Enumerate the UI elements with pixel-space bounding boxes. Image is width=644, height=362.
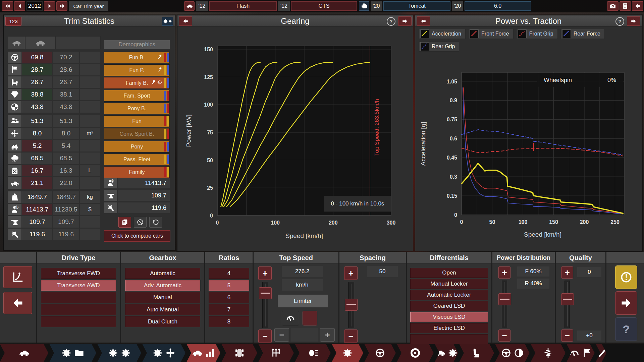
tab-tires[interactable] (397, 344, 434, 362)
tab-aero[interactable] (435, 344, 458, 362)
demographic-bar[interactable]: Family B. (104, 77, 170, 89)
warning-button[interactable] (615, 265, 637, 289)
spacing-slider-handle[interactable] (345, 299, 358, 311)
differential-option[interactable]: Open (410, 268, 488, 278)
differential-option[interactable]: Electric LSD (410, 323, 488, 333)
top-speed-slider-handle[interactable] (259, 287, 272, 299)
photo-mode-button[interactable] (607, 1, 619, 11)
drive-type-option[interactable]: Transverse FWD (41, 268, 116, 279)
engine-icon-button[interactable] (359, 1, 369, 11)
differential-option[interactable]: Geared LSD (410, 301, 488, 311)
tab-gearing[interactable] (332, 344, 363, 362)
tab-interior[interactable] (459, 344, 494, 362)
demographic-bar[interactable]: Pony B. (104, 103, 170, 114)
demographic-bar[interactable]: Family (104, 166, 170, 178)
demographic-bar[interactable]: Fun (104, 115, 170, 127)
summary-button[interactable] (620, 1, 631, 11)
drive-type-option[interactable] (41, 304, 116, 315)
limiter-button[interactable]: Limiter (278, 295, 328, 307)
click-to-compare-button[interactable]: Click to compare cars (104, 230, 170, 242)
body-style-tab-sedan[interactable] (25, 36, 55, 49)
differential-option[interactable]: Viscous LSD (410, 312, 488, 322)
spacing-increase-button[interactable] (344, 266, 358, 280)
legend-toggle[interactable]: Acceleration (419, 29, 466, 39)
quality-decrease-button[interactable] (561, 329, 573, 342)
tab-testing[interactable] (567, 344, 595, 362)
tab-car-body[interactable] (0, 344, 48, 362)
help-icon[interactable] (387, 17, 395, 26)
demographic-bar[interactable]: Fam. Sport (104, 90, 170, 102)
gearbox-option[interactable]: Automatic (125, 268, 200, 279)
legend-toggle[interactable]: Front Force (468, 29, 514, 39)
power-dist-increase-button[interactable] (498, 266, 511, 279)
compare-copy-button[interactable] (118, 217, 131, 228)
drive-type-option[interactable] (41, 292, 116, 303)
car-model-field[interactable]: Flash (209, 1, 277, 11)
differential-option[interactable] (410, 334, 488, 344)
next-step-button[interactable] (615, 291, 637, 315)
quality-slider-handle[interactable] (561, 293, 574, 305)
power-dist-decrease-button[interactable] (498, 329, 511, 342)
differential-option[interactable]: Automatic Locker (410, 290, 488, 300)
demographic-bar[interactable]: Fun P. (104, 64, 170, 76)
top-speed-decrease-button[interactable] (258, 329, 272, 343)
back-arrow-button[interactable] (3, 292, 32, 314)
ratio-count-option[interactable]: 7 (209, 304, 249, 315)
engine-stats-button[interactable] (162, 17, 173, 26)
legend-toggle[interactable]: Front Grip (516, 29, 558, 39)
top-speed-value[interactable]: 276.2 (282, 266, 323, 277)
help-button[interactable]: ? (615, 317, 637, 341)
drive-type-option[interactable]: Transverse AWD (41, 280, 116, 291)
demographic-bar[interactable]: Pony (104, 141, 170, 153)
demographic-bar[interactable]: Pass. Fleet (104, 154, 170, 165)
numbers-toggle-button[interactable]: 123 (5, 17, 21, 26)
year-last-button[interactable] (56, 1, 67, 11)
help-icon[interactable] (615, 17, 624, 26)
ratio-count-option[interactable]: 4 (209, 268, 249, 279)
limiter-increase-button[interactable] (320, 328, 335, 342)
limiter-toggle-checkbox[interactable] (303, 311, 317, 325)
tab-engine-family[interactable] (49, 344, 96, 362)
prev-graph-button[interactable] (179, 16, 192, 26)
tab-wheels[interactable] (364, 344, 396, 362)
legend-toggle[interactable]: Rear Grip (419, 42, 459, 52)
gearbox-option[interactable]: Auto Manual (125, 304, 200, 315)
power-dist-slider-handle[interactable] (498, 293, 511, 305)
tab-drivetrain[interactable] (258, 344, 294, 362)
engine-family-field[interactable]: Tomcat (383, 1, 450, 11)
car-icon-button[interactable] (184, 1, 195, 11)
top-speed-increase-button[interactable] (258, 266, 272, 280)
ratio-count-option[interactable]: 8 (209, 316, 249, 327)
tab-trim-stats[interactable] (186, 344, 220, 362)
graph-view-button[interactable] (3, 266, 32, 288)
next-graph-button[interactable] (627, 16, 640, 26)
gearbox-option[interactable]: Manual (125, 292, 200, 303)
compare-reset-button[interactable] (149, 217, 162, 228)
body-style-tab-coupe[interactable] (8, 36, 25, 49)
car-trim-field[interactable]: GTS (291, 1, 357, 11)
limiter-gauge-icon[interactable] (282, 311, 299, 325)
tab-suspension[interactable] (531, 344, 566, 362)
prev-graph-button[interactable] (417, 16, 430, 26)
tab-engine-tune[interactable] (142, 344, 185, 362)
quality-increase-button[interactable] (561, 266, 573, 279)
year-first-button[interactable] (2, 1, 13, 11)
drive-type-option[interactable] (41, 316, 116, 327)
limiter-decrease-button[interactable] (274, 328, 289, 342)
gearbox-option[interactable]: Dual Clutch (125, 316, 200, 327)
back-button[interactable] (632, 1, 643, 11)
legend-toggle[interactable]: Rear Force (560, 29, 605, 39)
ratio-count-option[interactable]: 6 (209, 292, 249, 303)
tab-chassis[interactable] (221, 344, 257, 362)
tab-fixtures[interactable] (295, 344, 331, 362)
tab-confirm[interactable] (596, 344, 606, 362)
limiter-value-field[interactable] (291, 328, 318, 342)
compare-clear-button[interactable] (134, 217, 147, 228)
gearbox-option[interactable]: Adv. Automatic (125, 280, 200, 291)
demographic-bar[interactable]: Conv. Sport B. (104, 128, 170, 140)
spacing-value[interactable]: 50 (367, 266, 398, 277)
engine-variant-field[interactable]: 6.0 (465, 1, 531, 11)
next-graph-button[interactable] (398, 16, 412, 26)
demographic-bar[interactable]: Fun B. (104, 52, 170, 63)
spacing-decrease-button[interactable] (344, 329, 358, 343)
